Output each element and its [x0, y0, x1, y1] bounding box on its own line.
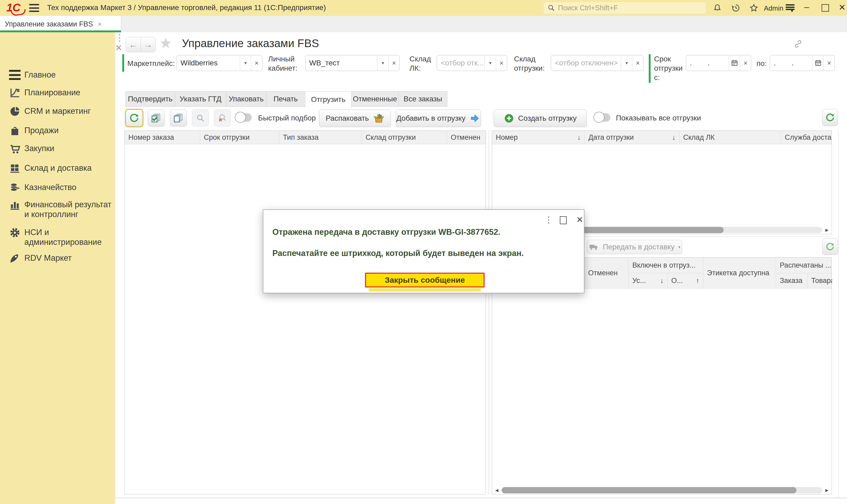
tab-gtd[interactable]: Указать ГТД [175, 91, 226, 107]
unpack-button[interactable]: Распаковать [319, 110, 391, 127]
column-ship-deadline[interactable]: Срок отгрузки [200, 131, 279, 144]
main-content: ← → ★ Управление заказами FBS ⋮ ✕ Маркет… [115, 32, 847, 504]
get-link-icon[interactable] [793, 39, 803, 49]
column-cancelled[interactable]: Отменен [584, 257, 629, 288]
column-printed-group[interactable]: Распечатаны ... [776, 257, 832, 273]
lower-horizontal-scrollbar[interactable]: ◄ ► [492, 486, 832, 494]
calendar-icon[interactable] [729, 55, 740, 71]
sort-down-icon[interactable]: ↓ [577, 133, 581, 142]
column-delivery-service[interactable]: Служба доставки [781, 131, 832, 144]
current-user[interactable]: Admin [764, 4, 783, 13]
column-included-sub2[interactable]: О...↑ [668, 273, 703, 288]
transfer-to-delivery-button[interactable]: Передать в доставку ▾ [587, 240, 682, 254]
column-label-available[interactable]: Этикетка доступна [703, 257, 776, 288]
account-combo[interactable]: WB_тест ▾ × [305, 55, 400, 71]
close-message-button[interactable]: Закрыть сообщение [365, 273, 485, 287]
shipment-orders-body[interactable] [492, 289, 832, 486]
column-number[interactable]: Номер↓ [492, 131, 585, 144]
main-menu-icon[interactable] [29, 4, 39, 12]
show-all-shipments-toggle[interactable] [595, 113, 610, 122]
clear-icon[interactable]: × [388, 55, 399, 71]
favorites-star-icon[interactable] [749, 3, 759, 13]
date-to-label: по: [756, 59, 767, 68]
refresh-button[interactable] [126, 110, 143, 127]
column-included-sub1[interactable]: Ус...↓ [629, 273, 668, 288]
date-from-field[interactable]: . . × [686, 55, 751, 71]
copy-pages-icon[interactable] [170, 110, 187, 127]
panel-splitter[interactable] [489, 130, 489, 494]
document-tab-label: Управление заказами FBS [5, 20, 93, 28]
create-shipment-button[interactable]: Создать отгрузку [494, 110, 587, 127]
history-icon[interactable] [731, 3, 741, 13]
clear-icon[interactable]: × [496, 55, 507, 71]
clear-icon[interactable]: × [740, 55, 751, 71]
column-ship-date[interactable]: Дата отгрузки↓ [585, 131, 680, 144]
dialog-maximize-icon[interactable] [560, 216, 567, 224]
marketplace-value[interactable]: Wildberries [177, 55, 240, 71]
dropdown-caret-icon[interactable]: ▾ [377, 55, 388, 71]
dropdown-caret-icon[interactable]: ▾ [621, 55, 632, 71]
clear-icon[interactable]: × [824, 55, 834, 71]
date-from-value[interactable]: . . [686, 55, 729, 71]
warehouse-ship-placeholder[interactable]: <отбор отключен> [551, 55, 621, 71]
dialog-close-icon[interactable]: ✕ [576, 215, 583, 225]
tab-all-orders[interactable]: Все заказы [398, 91, 447, 107]
warehouse-lk-placeholder[interactable]: <отбор отк... [437, 55, 485, 71]
global-search-input[interactable]: Поиск Ctrl+Shift+F [544, 2, 706, 14]
column-order-type[interactable]: Тип заказа [279, 131, 362, 144]
dialog-message-line1: Отражена передача в доставку отгрузки WB… [272, 228, 574, 237]
nav-back-button[interactable]: ← [126, 37, 141, 52]
document-tab-fbs-orders[interactable]: Управление заказами FBS × [0, 16, 121, 32]
dropdown-caret-icon[interactable]: ▾ [240, 55, 251, 71]
bar-chart-icon [9, 199, 21, 211]
tab-ship[interactable]: Отгрузить [305, 91, 352, 107]
sort-down-icon[interactable]: ↓ [672, 133, 675, 142]
column-cancelled[interactable]: Отменен [447, 131, 486, 144]
calendar-icon[interactable] [812, 55, 824, 71]
orders-table-body[interactable] [125, 144, 486, 494]
column-ship-warehouse[interactable]: Склад отгрузки [362, 131, 447, 144]
window-minimize-button[interactable]: – [804, 2, 809, 12]
tab-confirm[interactable]: Подтвердить [125, 91, 175, 107]
tab-print[interactable]: Печать [266, 91, 305, 107]
pie-chart-icon [9, 106, 21, 118]
user-menu-icon[interactable]: ▾ [786, 4, 795, 12]
scroll-right-icon[interactable]: ► [824, 227, 830, 233]
column-printed-goods[interactable]: Товара [808, 273, 832, 288]
coins-icon [9, 182, 21, 194]
warehouse-lk-combo[interactable]: <отбор отк... ▾ × [437, 55, 507, 71]
column-included-group[interactable]: Включен в отгруз... [629, 257, 703, 273]
refresh-lower-button[interactable] [822, 238, 838, 255]
marketplace-combo[interactable]: Wildberries ▾ × [177, 55, 262, 71]
column-warehouse-lk[interactable]: Склад ЛК [680, 131, 781, 144]
window-restore-button[interactable] [822, 4, 829, 12]
add-to-shipment-button[interactable]: Добавить в отгрузку [396, 110, 481, 127]
dropdown-caret-icon[interactable]: ▾ [485, 55, 496, 71]
scroll-left-icon[interactable]: ◄ [494, 487, 500, 493]
notifications-bell-icon[interactable] [713, 3, 722, 13]
tab-cancelled[interactable]: Отмененные [351, 91, 399, 107]
scrollbar-thumb[interactable] [502, 487, 796, 493]
refresh-shipments-button[interactable] [822, 109, 838, 126]
sort-down-icon[interactable]: ↓ [660, 276, 664, 285]
column-order-number[interactable]: Номер заказа [125, 131, 200, 144]
clear-icon[interactable]: × [632, 55, 643, 71]
quick-pick-toggle[interactable] [236, 113, 252, 122]
nav-forward-button[interactable]: → [141, 37, 156, 52]
clear-icon[interactable]: × [251, 55, 262, 71]
column-printed-order[interactable]: Заказа [776, 273, 808, 288]
sort-up-icon[interactable]: ↑ [696, 276, 699, 285]
date-to-field[interactable]: . . × [770, 55, 835, 71]
account-value[interactable]: WB_тест [305, 55, 377, 71]
warehouse-ship-combo[interactable]: <отбор отключен> ▾ × [551, 55, 644, 71]
window-close-button[interactable]: ✕ [839, 2, 846, 13]
tab-pack[interactable]: Упаковать [226, 91, 266, 107]
favorite-star-icon[interactable]: ★ [159, 34, 172, 52]
scroll-right-icon[interactable]: ► [824, 487, 830, 493]
date-to-value[interactable]: . . [770, 55, 812, 71]
tab-close-icon[interactable]: × [98, 20, 102, 28]
dialog-more-icon[interactable]: ⋮ [544, 215, 553, 225]
set-flags-icon[interactable] [148, 110, 165, 127]
panel-splitter[interactable] [838, 130, 839, 498]
marketplace-label: Маркетплейс: [127, 59, 175, 68]
